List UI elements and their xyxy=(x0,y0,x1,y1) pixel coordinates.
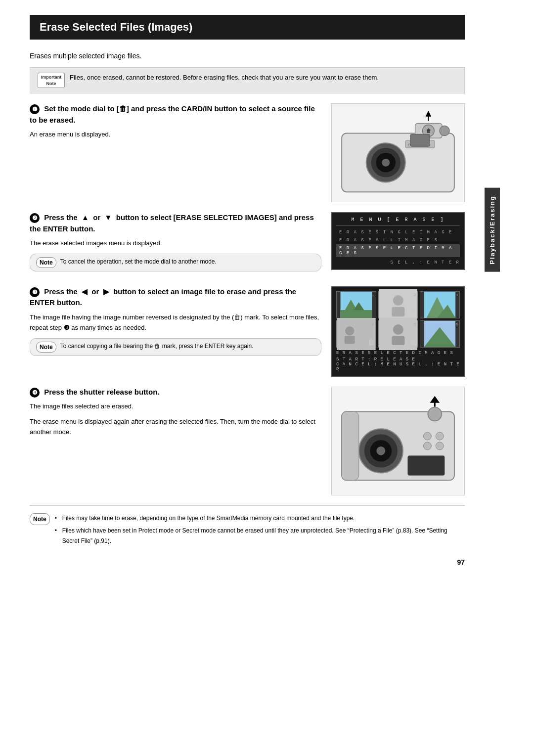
menu-title: M E N U [ E R A S E ] xyxy=(336,217,460,222)
bottom-note-item-2: Files which have been set in Protect mod… xyxy=(55,526,465,546)
step-3-image: 1 2 xyxy=(331,286,465,377)
svg-point-39 xyxy=(424,432,432,440)
divider xyxy=(30,505,465,506)
after-step4-text: The erase menu is displayed again after … xyxy=(30,417,321,438)
menu-item-all: E R A S E A L L I M A G E S xyxy=(336,236,460,244)
bottom-note-label: Note xyxy=(30,513,50,525)
important-badge: ImportantNote xyxy=(38,73,65,88)
svg-point-36 xyxy=(428,407,442,421)
thumb-screen-start: S T A R T : R E L E A S E xyxy=(336,357,460,362)
menu-item-single: E R A S E S I N G L E I M A G E xyxy=(336,228,460,236)
thumb-cell-1: 1 xyxy=(336,291,376,318)
step-4-heading: ❹ Press the shutter release button. xyxy=(30,387,321,398)
step-1-number: ❶ xyxy=(30,104,40,114)
step-4-row: ❹ Press the shutter release button. The … xyxy=(30,387,465,495)
svg-rect-25 xyxy=(345,336,355,344)
step-1-body: An erase menu is displayed. xyxy=(30,130,321,140)
svg-rect-12 xyxy=(410,134,430,147)
step-4-body: The image files selected are erased. xyxy=(30,401,321,412)
note-label: Note xyxy=(36,257,56,268)
thumb-screen: 1 2 xyxy=(331,286,465,377)
thumb-grid: 1 2 xyxy=(336,291,460,348)
svg-rect-44 xyxy=(342,412,359,481)
svg-point-41 xyxy=(424,442,432,450)
step-3-heading: ❸ Press the ◀ or ▶ button to select an i… xyxy=(30,286,321,309)
thumb-cell-5: 5 🗑 xyxy=(378,320,418,348)
svg-point-27 xyxy=(393,324,403,335)
menu-footer: S E L . : E N T E R xyxy=(336,260,460,265)
svg-rect-19 xyxy=(392,307,404,316)
thumb-cell-3: 3 xyxy=(420,291,460,318)
page-number: 97 xyxy=(30,558,465,566)
right-tab: Playback/Erasing xyxy=(485,0,507,756)
step-2-image: M E N U [ E R A S E ] E R A S E S I N G … xyxy=(331,212,465,270)
step-1-row: ❶ Set the mode dial to [🗑] and press the… xyxy=(30,103,465,202)
step-1-heading: ❶ Set the mode dial to [🗑] and press the… xyxy=(30,103,321,126)
step-2-text: ❷ Press the ▲ or ▼ button to select [ERA… xyxy=(30,212,321,276)
svg-rect-28 xyxy=(392,336,404,345)
step-3-note: Note To cancel copying a file bearing th… xyxy=(30,338,321,356)
svg-text:🗑: 🗑 xyxy=(426,129,431,134)
step-2-heading: ❷ Press the ▲ or ▼ button to select [ERA… xyxy=(30,212,321,234)
step-2-note: Note To cancel the operation, set the mo… xyxy=(30,254,321,271)
menu-item-selected: E R A S E S E L E C T E D I M A G E S xyxy=(336,244,460,257)
bottom-note-item-1: Files may take time to erase, depending … xyxy=(55,513,465,523)
menu-screen: M E N U [ E R A S E ] E R A S E S I N G … xyxy=(331,212,465,270)
chapter-tab: Playback/Erasing xyxy=(485,188,500,272)
thumb-screen-cancel: C A N C E L : M E N U S E L . : E N T E … xyxy=(336,362,460,372)
step-1-image: 🗑 CARD/IN xyxy=(331,103,465,202)
thumb-screen-title: E R A S E S E L E C T E D I M A G E S xyxy=(336,351,460,356)
step-3-number: ❸ xyxy=(30,287,40,297)
bottom-notes: Note Files may take time to erase, depen… xyxy=(30,513,465,548)
svg-point-9 xyxy=(440,126,449,136)
step-2-body: The erase selected images menu is displa… xyxy=(30,238,321,249)
step-3-body1: The image file having the image number r… xyxy=(30,312,321,333)
thumb-cell-2: 2 🗑 xyxy=(378,291,418,318)
svg-point-18 xyxy=(393,295,403,306)
step-2-number: ❷ xyxy=(30,213,40,223)
svg-point-40 xyxy=(436,432,444,440)
step-2-row: ❷ Press the ▲ or ▼ button to select [ERA… xyxy=(30,212,465,276)
svg-point-24 xyxy=(345,326,354,335)
intro-text: Erases multiple selected image files. xyxy=(30,52,465,60)
page-title: Erase Selected Files (Images) xyxy=(30,15,465,40)
step-3-row: ❸ Press the ◀ or ▶ button to select an i… xyxy=(30,286,465,377)
svg-point-4 xyxy=(382,159,390,167)
important-note-text: Files, once erased, cannot be restored. … xyxy=(70,73,379,83)
svg-rect-16 xyxy=(341,310,372,318)
svg-point-42 xyxy=(436,442,444,450)
thumb-cell-6: 6 xyxy=(420,320,460,348)
step-3-note-text: To cancel copying a file bearing the 🗑 m… xyxy=(60,342,254,351)
svg-marker-38 xyxy=(430,396,440,403)
important-note-box: ImportantNote Files, once erased, cannot… xyxy=(30,67,465,93)
svg-rect-43 xyxy=(408,456,445,476)
thumb-cell-4: 4 🗑 xyxy=(336,320,376,348)
step-4-text: ❹ Press the shutter release button. The … xyxy=(30,387,321,438)
step-1-text: ❶ Set the mode dial to [🗑] and press the… xyxy=(30,103,321,140)
note-label-3: Note xyxy=(36,342,56,353)
step-2-note-text: To cancel the operation, set the mode di… xyxy=(60,257,217,266)
svg-point-35 xyxy=(376,446,385,455)
step-4-image xyxy=(331,387,465,495)
bottom-notes-list: Files may take time to erase, depending … xyxy=(55,513,465,548)
step-3-text: ❸ Press the ◀ or ▶ button to select an i… xyxy=(30,286,321,361)
step-4-number: ❹ xyxy=(30,388,40,398)
